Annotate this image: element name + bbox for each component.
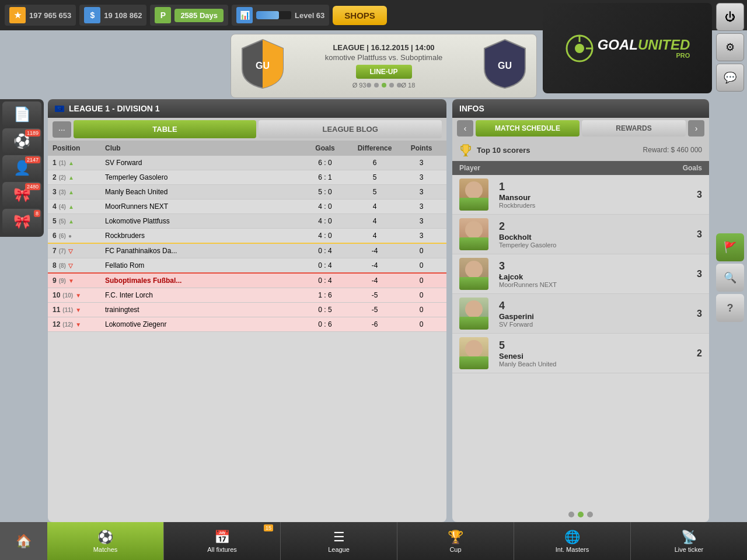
days-icon: P — [155, 7, 171, 23]
scorers-list: 1 Mansour Rockbruders 3 2 Bockholt Tempe… — [452, 175, 709, 507]
scorer-info-1: 1 Mansour Rockbruders — [494, 181, 655, 209]
tab-match-schedule[interactable]: MATCH SCHEDULE — [476, 120, 580, 136]
left-crest-svg: GU — [239, 37, 286, 89]
table-row: 2(2)▲ Temperley Gasolero 6 : 1 5 3 — [48, 170, 446, 185]
dollar-value: 19 108 862 — [104, 11, 142, 20]
home-button[interactable]: 🏠 — [0, 522, 47, 560]
scorers-header: Top 10 scorers Reward: $ 460 000 — [452, 139, 709, 161]
fixtures-badge: 15 — [264, 524, 273, 531]
match-dots: Ø 93 Ø 18 — [352, 82, 416, 89]
league-panel-header: 🇪🇺 LEAGUE 1 - DIVISION 1 — [48, 99, 446, 118]
scorer-info-3: 3 Łajcok MoorRunners NEXT — [494, 260, 655, 288]
player-avatar-4 — [459, 298, 488, 330]
tab-blog[interactable]: LEAGUE BLOG — [259, 120, 442, 138]
dollar-icon: $ — [84, 7, 100, 23]
reward-text: Reward: $ 460 000 — [643, 146, 702, 154]
star-icon: ★ — [9, 7, 26, 23]
scorers-title: Top 10 scorers — [477, 146, 638, 155]
scorer-name-1: Mansour — [499, 193, 655, 202]
scorers-cols: Player Goals — [452, 161, 709, 175]
col-position: Position — [53, 144, 105, 152]
page-dot-3 — [587, 512, 593, 517]
shops-button[interactable]: SHOPS — [333, 6, 387, 25]
svg-rect-7 — [463, 156, 468, 156]
sidebar-item-ribbon2[interactable]: 8 🎀 — [2, 209, 41, 235]
col-difference: Difference — [348, 144, 401, 152]
search-button[interactable]: 🔍 — [716, 264, 744, 292]
infos-tabs: ‹ MATCH SCHEDULE REWARDS › — [452, 118, 709, 139]
left-sidebar: 📄 1189 ⚽ 2147 👤 2480 🎀 8 🎀 — [0, 99, 44, 237]
days-value: 2585 Days — [174, 9, 224, 22]
scorer-name-3: Łajcok — [499, 272, 655, 281]
sidebar-item-ribbon1[interactable]: 2480 🎀 — [2, 182, 41, 208]
live-ticker-icon: 📡 — [681, 530, 697, 545]
league-table: Position Club Goals Difference Points 1(… — [48, 141, 446, 522]
scorer-name-4: Gasperini — [499, 312, 655, 321]
league-title: LEAGUE 1 - DIVISION 1 — [69, 104, 160, 113]
days-stat: P 2585 Days — [150, 5, 228, 26]
star-stat: ★ 197 965 653 — [5, 5, 76, 26]
nav-prev[interactable]: ‹ — [457, 120, 473, 136]
sidebar-item-docs[interactable]: 📄 — [2, 102, 41, 127]
match-teams: komotive Plattfuss vs. Suboptimale — [325, 53, 443, 62]
col-club: Club — [105, 144, 302, 152]
scorer-info-2: 2 Bockholt Temperley Gasolero — [494, 220, 655, 249]
svg-text:GU: GU — [256, 61, 270, 71]
chat-button[interactable]: 💬 — [716, 64, 744, 92]
nav-int-masters[interactable]: 🌐 Int. Masters — [514, 522, 630, 560]
table-row: 3(3)▲ Manly Beach United 5 : 0 5 3 — [48, 185, 446, 200]
tab-rewards[interactable]: REWARDS — [582, 120, 686, 136]
infos-header: INFOS — [452, 99, 709, 118]
dot-1 — [366, 83, 371, 88]
right-buttons: ⏻ ⚙ 💬 — [716, 3, 744, 92]
nav-next[interactable]: › — [688, 120, 704, 136]
sidebar-item-soccer[interactable]: 1189 ⚽ — [2, 128, 41, 154]
soccer-badge: 1189 — [25, 130, 40, 136]
nav-cup[interactable]: 🏆 Cup — [397, 522, 514, 560]
col-goals: Goals — [302, 144, 348, 152]
player-badge: 2147 — [25, 156, 40, 163]
rating-left: Ø 93 — [352, 82, 366, 89]
scorer-team-2: Temperley Gasolero — [499, 242, 655, 249]
scorer-info-5: 5 Senesi Manly Beach United — [494, 340, 655, 368]
scorer-rank-5: 5 — [499, 340, 655, 352]
dot-3 — [382, 83, 386, 88]
scorer-info-4: 4 Gasperini SV Forward — [494, 300, 655, 328]
player-avatar-3 — [459, 258, 488, 290]
lineup-button[interactable]: LINE-UP — [356, 65, 412, 79]
sidebar-item-player[interactable]: 2147 👤 — [2, 155, 41, 181]
nav-matches[interactable]: ⚽ Matches — [47, 522, 163, 560]
logo-soccer-icon — [565, 34, 594, 63]
league-label: League — [328, 546, 350, 553]
flag-button[interactable]: 🚩 — [716, 233, 744, 261]
eu-flag: 🇪🇺 — [55, 106, 64, 112]
int-masters-icon: 🌐 — [564, 530, 580, 545]
level-progress-fill — [256, 11, 279, 19]
scorer-row: 3 Łajcok MoorRunners NEXT 3 — [452, 254, 709, 294]
logo-area: GOALUNITED PRO — [543, 3, 712, 93]
scorer-rank-2: 2 — [499, 220, 655, 233]
dot-4 — [389, 83, 394, 88]
scorer-name-5: Senesi — [499, 352, 655, 360]
page-dots — [452, 507, 709, 522]
table-header: Position Club Goals Difference Points — [48, 141, 446, 156]
power-button[interactable]: ⏻ — [716, 3, 744, 31]
dollar-stat: $ 19 108 862 — [79, 5, 146, 26]
settings-button[interactable]: ⚙ — [716, 33, 744, 61]
scorer-rank-3: 3 — [499, 260, 655, 272]
nav-live-ticker[interactable]: 📡 Live ticker — [630, 522, 747, 560]
help-button[interactable]: ? — [716, 294, 744, 322]
scorer-row: 1 Mansour Rockbruders 3 — [452, 175, 709, 215]
dots-button[interactable]: ··· — [53, 121, 71, 138]
star-value: 197 965 653 — [29, 11, 71, 20]
svg-point-3 — [575, 44, 584, 53]
cup-label: Cup — [449, 546, 461, 553]
dot-5 — [397, 83, 402, 88]
nav-fixtures[interactable]: 📅 All fixtures 15 — [163, 522, 280, 560]
rating-right: Ø 18 — [402, 82, 416, 89]
main-content: 🇪🇺 LEAGUE 1 - DIVISION 1 ··· TABLE LEAGU… — [48, 99, 709, 522]
table-row: 10(10)▼ F.C. Inter Lorch 1 : 6 -5 0 — [48, 288, 446, 303]
nav-league[interactable]: ☰ League — [280, 522, 397, 560]
right-crest-svg: GU — [481, 37, 528, 89]
tab-table[interactable]: TABLE — [74, 120, 257, 138]
